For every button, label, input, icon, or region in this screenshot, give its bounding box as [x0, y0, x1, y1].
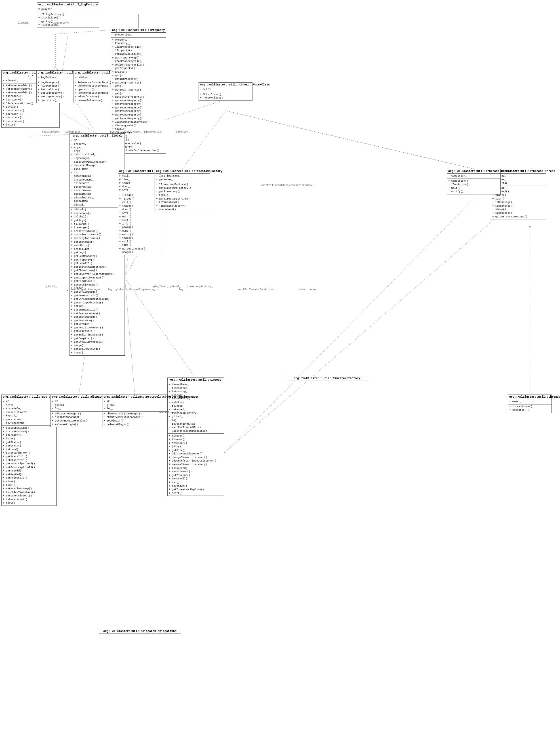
svg-line-10 — [223, 199, 518, 454]
label-global: global_ — [46, 285, 57, 288]
logfactory-methods: + *I_LogFactory()+ initialize()+ getLog(… — [37, 12, 99, 28]
svg-line-12 — [125, 278, 135, 395]
cbserverplugin-box: org::xmlBlaster::client::protocol::CbSer… — [102, 395, 167, 427]
svg-line-6 — [125, 278, 195, 378]
svg-line-9 — [223, 199, 474, 454]
statusbusdata-box: org::xmlBlaster::util::qos::StatusBusDat… — [1, 395, 57, 506]
statusbusdata-methods: + StatusBusData()+ StatusBusData()+ oper… — [2, 426, 56, 506]
dispatchhandler-box: org::xmlBlaster::util::dispatch::Dispatt… — [99, 629, 181, 634]
global-methods: + Global()+ operator=()+ *Global()+ getA… — [70, 207, 125, 355]
timeout-methods: + Timeout()+ Timeout()+ *Timeout()+ join… — [168, 434, 224, 496]
label-owner-runner: owner_ runner_ — [298, 288, 319, 291]
global-fields: - ME- property_- args_- argc_- isInitial… — [70, 138, 125, 207]
timestampfactory2-box: org::xnlBlaster::util::Tinestanpfactoryl — [288, 376, 368, 381]
initialized-label: initialized } — [159, 411, 178, 414]
threadrunner-methods: + ThreadRunner()+ operator()() — [508, 405, 551, 413]
statusbusdata-title: org::xmlBlaster::util::qos::StatusBusDat… — [2, 395, 56, 400]
label-property: property_ — [110, 131, 124, 133]
svg-marker-17 — [52, 67, 58, 70]
threadrunner-fields: - owner_ — [508, 400, 551, 405]
logfactory-fields: # propMap_ — [37, 7, 99, 12]
label-waitfor: waitForTimeoutCondition_ — [238, 288, 275, 291]
mutexclass-methods: + MutexClass()+ *MutexClass() — [199, 92, 252, 100]
label-globalmutex: globalMutex_ — [123, 131, 142, 133]
label-getmutex: getMutex_ — [176, 131, 190, 133]
condition-fields: - condition_ — [447, 174, 500, 179]
logfactory-title: org::xmlBlaster::util::I_LogFactory — [37, 3, 99, 7]
svg-line-15 — [182, 111, 226, 169]
label-logmanager: logManager_ — [65, 131, 82, 133]
timeout-title: org::xmlBlaster::util::Timeout — [168, 378, 224, 382]
dispatchmanager-methods: + DispatchManager()+ *DispatchManager()+… — [51, 412, 107, 427]
condition-methods: + Condition()+ *Condition()+ wait()+ not… — [447, 179, 500, 194]
label-global-dispatch: global_dispatchManager_ — [67, 288, 102, 291]
dispatchhandler-title: org::xmlBlaster::util::dispatch::Dispatt… — [99, 629, 181, 634]
dispatchmanager-title: org::xmlBlaster::util::dispatch::Dispatc… — [51, 395, 107, 400]
mutexclass-title: org::xmlBlaster::util::thread::MutexClas… — [199, 83, 252, 87]
label-sessionname: sessionName_ — [42, 131, 60, 133]
label-log-cb: log_ global_cbServerPluginManag... — [108, 288, 160, 291]
label-invocation: invocationMutex_ — [289, 184, 314, 187]
svg-line-14 — [226, 111, 474, 169]
mutexclass-box: org::xmlBlaster::util::thread::MutexClas… — [199, 82, 252, 101]
label-element: element_ — [18, 22, 30, 24]
label-pingermutex: pingerMutex_ — [144, 131, 163, 133]
timestampfactory-title: org::xmlBlaster::util::TimestampFactory — [155, 169, 210, 174]
dispatchmanager-fields: - ME- global_- log_ — [51, 400, 107, 412]
statusbusdata-fields: - ME- state_- stateInfo_- subscriptionId… — [2, 400, 56, 426]
label-waitformutex: waitForTimeoutMutex_ — [261, 184, 292, 187]
condition-title: org::xmlBlaster::util::thread::Condition — [447, 169, 500, 174]
label-log: log_ — [179, 288, 185, 291]
label-logfactory: logFactory_ — [53, 22, 70, 24]
condition-box: org::xmlBlaster::util::thread::Condition… — [447, 169, 501, 194]
svg-line-0 — [62, 34, 68, 70]
timeout-fields: - threadName_- timeoutMap_- isRunning_- … — [168, 382, 224, 434]
connection-lines — [0, 0, 560, 734]
cbserverplugin-methods: + CbServerPluginManager()+ *CbServerPlug… — [102, 412, 167, 427]
label-timestampfactory: timestampFactory_ — [187, 285, 213, 288]
timestampfactory-methods: + *TimestampFactory()+ getTimestampFacto… — [155, 182, 210, 212]
label-pingtimer: pingTimer_ global_ — [153, 285, 181, 288]
cbserverplugin-title: org::xmlBlaster::client::protocol::CbSer… — [102, 395, 167, 400]
timestampfactory2-title: org::xnlBlaster::util::Tinestanpfactoryl — [288, 377, 368, 381]
threadrunner-box: org::xmlBlaster::util::thread::Thre... -… — [508, 395, 552, 413]
global-title: org::xmlBlaster::util::Global — [70, 134, 125, 138]
timestampfactory-fields: - lastTimestamp_- getMutex_ — [155, 174, 210, 182]
mutexclass-fields: - mutex_ — [199, 87, 252, 92]
property-fields: - properties_ — [111, 33, 166, 38]
property-title: org::xmlBlaster::util::Property — [111, 28, 166, 33]
cbserverplugin-fields: - ME- global_- log_ — [102, 400, 167, 412]
timestampfactory-box: org::xmlBlaster::util::TimestampFactory … — [155, 169, 210, 212]
global-box: org::xmlBlaster::util::Global - ME- prop… — [70, 133, 125, 355]
dispatchmanager-box: org::xmlBlaster::util::dispatch::Dispatc… — [50, 395, 107, 427]
threadrunner-title: org::xmlBlaster::util::thread::Thre... — [508, 395, 551, 400]
